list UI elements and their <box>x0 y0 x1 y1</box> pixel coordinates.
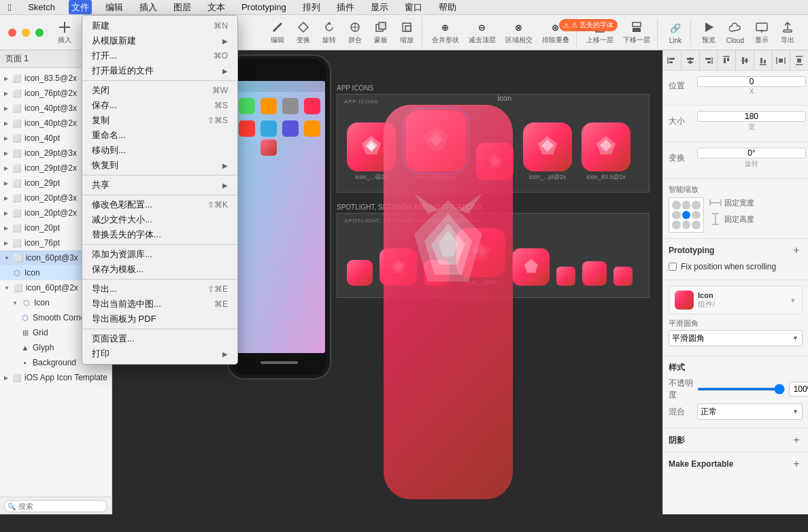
menu-item---[interactable]: 共享▶ <box>82 178 237 193</box>
svg-rect-36 <box>282 120 299 137</box>
x-input[interactable] <box>697 76 806 87</box>
preview-button[interactable]: 预览 <box>696 18 721 47</box>
svg-marker-60 <box>414 193 438 214</box>
menu-item------[interactable]: 导出...⇧⌘E <box>82 282 237 297</box>
spot-icon-1 <box>347 260 373 286</box>
icon-label-4: icon_...pt@2x <box>528 173 566 180</box>
insert-button[interactable]: 插入 <box>52 18 77 47</box>
menu-item------[interactable]: 保存...⌘S <box>82 98 237 113</box>
link-button[interactable]: 🔗 Link <box>663 19 688 46</box>
fix-position-checkbox[interactable] <box>669 263 677 271</box>
distribute-v-tab[interactable] <box>790 50 808 70</box>
display-button[interactable]: 显示 <box>750 18 774 47</box>
menu-text[interactable]: 文本 <box>205 0 228 14</box>
flatten-icon <box>348 20 363 35</box>
menu-item----------[interactable]: 添加为资源库... <box>82 247 237 262</box>
width-input[interactable] <box>697 111 806 122</box>
menu-item-------PDF[interactable]: 导出画板为 PDF <box>82 312 237 327</box>
blend-select[interactable]: 正常 正片叠底 滤色 叠加 <box>697 403 803 420</box>
component-section: Icon 组件/ ▼ 平滑圆角 平滑圆角 无 <box>663 280 808 356</box>
menu-item--------[interactable]: 页面设置... <box>82 331 237 346</box>
menu-item---[interactable]: 关闭⌘W <box>82 83 237 98</box>
align-center-h-tab[interactable] <box>681 50 700 70</box>
menu-item-label: 打开... <box>92 50 117 62</box>
align-bottom-tab[interactable] <box>754 50 773 70</box>
page-item[interactable]: 页面 1 <box>5 53 29 65</box>
menu-insert[interactable]: 插入 <box>137 0 160 14</box>
collapse-icon: ▶ <box>4 150 8 156</box>
menu-item----------[interactable]: 修改色彩配置...⇧⌘K <box>82 197 237 212</box>
move-down-button[interactable]: 下移一层 <box>619 18 654 47</box>
search-input[interactable] <box>4 500 107 512</box>
subtract-button[interactable]: ⊖ 减去顶层 <box>465 18 500 47</box>
svg-rect-22 <box>784 30 792 32</box>
collapse-icon: ▶ <box>4 240 8 246</box>
align-right-tab[interactable] <box>700 50 718 70</box>
align-center-v-tab[interactable] <box>736 50 754 70</box>
scale-button[interactable]: 缩放 <box>394 18 419 47</box>
menu-item------[interactable]: 从模版新建▶ <box>82 33 237 48</box>
add-prototyping-button[interactable]: + <box>790 244 803 256</box>
menu-item---[interactable]: 打印▶ <box>82 346 237 361</box>
menu-item-------[interactable]: 移动到... <box>82 143 237 158</box>
minimize-button[interactable] <box>22 29 30 37</box>
menu-plugins[interactable]: 插件 <box>334 0 357 14</box>
align-top-tab[interactable] <box>718 50 736 70</box>
menu-item-label: 添加为资源库... <box>92 248 152 261</box>
opacity-input[interactable] <box>789 382 808 397</box>
edit-button[interactable]: 编辑 <box>265 18 290 47</box>
align-left-tab[interactable] <box>663 50 681 70</box>
menu-edit[interactable]: 编辑 <box>103 0 126 14</box>
menu-window[interactable]: 窗口 <box>402 0 425 14</box>
menu-item-label: 减少文件大小... <box>92 214 152 226</box>
layer-ios-template[interactable]: ▶ ⬜ iOS App Icon Template <box>0 370 112 385</box>
menu-shortcut: ⌘S <box>214 101 228 110</box>
menu-item-label: 共享 <box>92 179 110 191</box>
export-button[interactable]: 导出 <box>775 18 800 47</box>
menu-item----------[interactable]: 减少文件大小... <box>82 212 237 227</box>
menu-help[interactable]: 帮助 <box>436 0 459 14</box>
add-shadow-button[interactable]: + <box>790 434 803 446</box>
menu-arrange[interactable]: 排列 <box>300 0 323 14</box>
collapse-icon: ▶ <box>4 225 8 231</box>
apple-menu[interactable]:  <box>5 0 14 14</box>
menu-file[interactable]: 文件 <box>69 0 92 14</box>
w-input-group: 宽 <box>697 111 806 132</box>
menu-shortcut: ⇧⌘E <box>207 284 228 294</box>
blend-row: 混合 正常 正片叠底 滤色 叠加 <box>669 403 803 420</box>
override-smooth-corners: 平滑圆角 平滑圆角 无 <box>669 318 803 346</box>
menu-item--------[interactable]: 打开最近的文件▶ <box>82 63 237 78</box>
maximize-button[interactable] <box>35 29 44 37</box>
fixed-height-icon <box>709 213 722 225</box>
svg-rect-16 <box>633 22 641 27</box>
menu-sketch[interactable]: Sketch <box>25 0 58 14</box>
menu-item-----------[interactable]: 导出当前选中图...⌘E <box>82 297 237 312</box>
menu-layer[interactable]: 图层 <box>171 0 194 14</box>
menu-item---[interactable]: 复制⇧⌘S <box>82 113 237 128</box>
menu-item-----------[interactable]: 替换丢失的字体... <box>82 227 237 242</box>
transform-button[interactable]: 变换 <box>291 18 316 47</box>
menu-view[interactable]: 显示 <box>368 0 391 14</box>
add-export-button[interactable]: + <box>790 458 803 470</box>
smooth-corners-select[interactable]: 平滑圆角 无 <box>669 330 803 346</box>
menu-item---------[interactable]: 保存为模板... <box>82 262 237 277</box>
menu-item------[interactable]: 打开...⌘O <box>82 48 237 63</box>
cloud-button[interactable]: Cloud <box>722 19 748 46</box>
menu-shortcut: ⌘E <box>214 299 228 309</box>
flatten-button[interactable]: 拼合 <box>343 18 367 47</box>
close-button[interactable] <box>8 29 16 37</box>
rotate-button[interactable]: 旋转 <box>317 18 341 47</box>
mask-button[interactable]: 蒙板 <box>369 18 393 47</box>
icon-label-1: icon_...@2x <box>355 173 388 180</box>
component-expand-icon[interactable]: ▼ <box>790 297 796 304</box>
intersect-button[interactable]: ⊗ 区域相交 <box>501 18 537 47</box>
rotation-input[interactable] <box>697 148 806 159</box>
blend-select-wrapper: 正常 正片叠底 滤色 叠加 <box>697 403 803 420</box>
menu-prototyping[interactable]: Prototyping <box>239 0 289 14</box>
menu-item---[interactable]: 新建⌘N <box>82 18 237 33</box>
union-button[interactable]: ⊕ 合并形状 <box>428 18 463 47</box>
distribute-h-tab[interactable] <box>773 50 791 70</box>
menu-item-------[interactable]: 重命名... <box>82 128 237 143</box>
opacity-slider[interactable] <box>697 388 785 390</box>
menu-item----[interactable]: 恢复到▶ <box>82 158 237 173</box>
